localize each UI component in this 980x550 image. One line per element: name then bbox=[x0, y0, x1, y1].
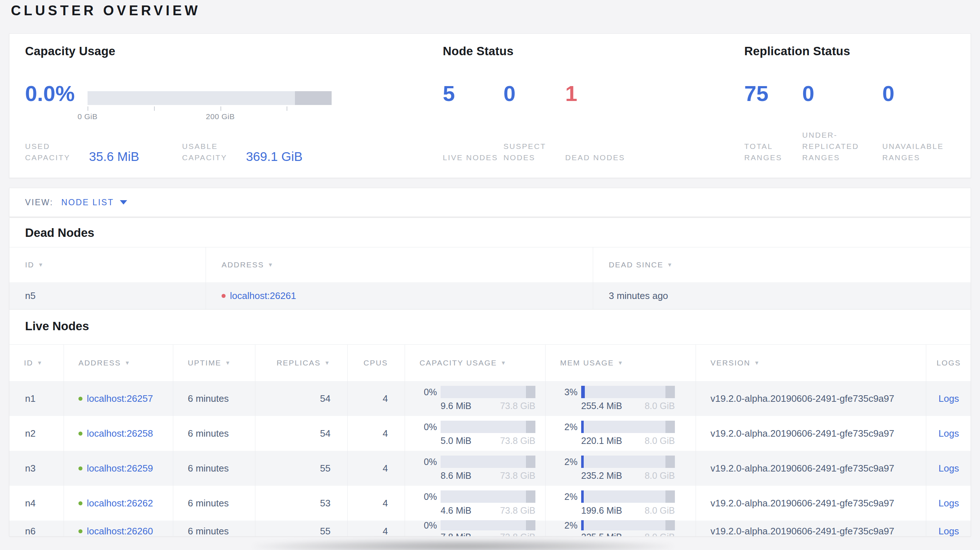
live-nodes-heading: Live Nodes bbox=[25, 320, 970, 333]
mem-bar-fill bbox=[581, 490, 584, 503]
live-node-id: n2 bbox=[25, 428, 36, 439]
logs-link[interactable]: Logs bbox=[939, 428, 959, 439]
live-col-header-address[interactable]: ADDRESS▼ bbox=[64, 345, 173, 381]
node-live-dot-icon bbox=[78, 529, 83, 533]
mem-bar-fill bbox=[581, 456, 584, 468]
summary-card: Capacity Usage 0.0% 0 GiB200 GiB USED CA… bbox=[9, 33, 971, 178]
live-node-version-cell: v19.2.0-alpha.20190606-2491-gfe735c9a97 bbox=[696, 451, 926, 486]
node-address-link[interactable]: localhost:26261 bbox=[230, 290, 296, 302]
logs-link[interactable]: Logs bbox=[939, 526, 959, 537]
dead-col-header-dead_since[interactable]: DEAD SINCE▼ bbox=[593, 247, 970, 282]
capacity-meter: 0% bbox=[420, 490, 545, 503]
column-label: VERSION bbox=[711, 359, 751, 367]
dead-node-id: n5 bbox=[25, 290, 36, 302]
live-node-uptime: 6 minutes bbox=[188, 463, 229, 474]
capacity-bar bbox=[441, 520, 535, 530]
capacity-used-value: 4.6 MiB bbox=[441, 505, 471, 516]
live-node-capacity-cell: 0%8.6 MiB73.8 GiB bbox=[405, 451, 546, 486]
capacity-meter: 0% bbox=[420, 456, 545, 468]
mem-percent: 2% bbox=[560, 520, 578, 531]
capacity-total-value: 73.8 GiB bbox=[500, 471, 535, 481]
sort-desc-icon: ▼ bbox=[37, 360, 43, 366]
view-selected-value: NODE LIST bbox=[61, 198, 114, 207]
mem-bar bbox=[581, 456, 675, 468]
sort-desc-icon: ▼ bbox=[225, 360, 231, 366]
column-label: ADDRESS bbox=[78, 359, 121, 367]
live-col-header-version[interactable]: VERSION▼ bbox=[696, 345, 926, 381]
sort-desc-icon: ▼ bbox=[124, 360, 131, 366]
live-node-address-cell: localhost:26260 bbox=[64, 521, 173, 537]
stat-value: 0 bbox=[802, 82, 882, 106]
live-col-header-id[interactable]: ID▼ bbox=[10, 345, 64, 381]
mem-values: 225.5 MiB8.0 GiB bbox=[581, 532, 675, 537]
capacity-bar bbox=[441, 386, 535, 398]
capacity-total-value: 73.8 GiB bbox=[500, 532, 535, 537]
mem-total-value: 8.0 GiB bbox=[645, 436, 675, 446]
node-address-link[interactable]: localhost:26260 bbox=[87, 526, 153, 537]
dead-since-value: 3 minutes ago bbox=[609, 290, 668, 302]
sort-desc-icon: ▼ bbox=[325, 360, 331, 366]
summary-stat: 0UNDER-REPLICATED RANGES bbox=[802, 82, 882, 163]
live-node-uptime-cell: 6 minutes bbox=[173, 381, 255, 416]
live-node-id-cell: n2 bbox=[10, 416, 64, 451]
dead-col-header-id[interactable]: ID▼ bbox=[10, 247, 206, 282]
live-node-uptime: 6 minutes bbox=[188, 526, 229, 537]
node-status-section: Node Status 5LIVE NODES0SUSPECT NODES1DE… bbox=[443, 34, 730, 178]
node-address-link[interactable]: localhost:26262 bbox=[87, 498, 153, 509]
live-node-logs-cell: Logs bbox=[926, 451, 971, 486]
live-node-version: v19.2.0-alpha.20190606-2491-gfe735c9a97 bbox=[711, 428, 894, 439]
logs-link[interactable]: Logs bbox=[939, 393, 959, 404]
cluster-overview-page: CLUSTER OVERVIEW Capacity Usage 0.0% 0 G… bbox=[0, 0, 980, 550]
capacity-values: 5.0 MiB73.8 GiB bbox=[441, 436, 535, 446]
live-nodes-table: ID▼ADDRESS▼UPTIME▼REPLICAS▼CPUSCAPACITY … bbox=[10, 344, 970, 537]
column-label: REPLICAS bbox=[277, 359, 320, 367]
logs-link[interactable]: Logs bbox=[939, 498, 959, 509]
live-node-id-cell: n6 bbox=[10, 521, 64, 537]
bottom-shadow bbox=[254, 539, 672, 550]
dead-node-since-cell: 3 minutes ago bbox=[593, 282, 970, 309]
mem-meter: 2% bbox=[560, 421, 695, 433]
capacity-percent: 0% bbox=[420, 491, 437, 502]
capacity-bar-track bbox=[88, 91, 332, 105]
logs-link[interactable]: Logs bbox=[939, 463, 959, 474]
node-address-link[interactable]: localhost:26259 bbox=[87, 463, 153, 474]
live-node-cpus-cell: 4 bbox=[348, 486, 405, 521]
node-live-dot-icon bbox=[78, 397, 83, 401]
used-capacity-label: USED CAPACITY bbox=[25, 141, 76, 163]
live-node-replicas: 55 bbox=[320, 526, 331, 537]
axis-tick bbox=[88, 107, 88, 111]
stat-label: UNAVAILABLE RANGES bbox=[882, 141, 966, 163]
column-label: ADDRESS bbox=[221, 261, 264, 269]
live-node-mem-cell: 3%255.4 MiB8.0 GiB bbox=[546, 381, 696, 416]
live-node-id: n3 bbox=[25, 463, 36, 474]
dead-col-header-address[interactable]: ADDRESS▼ bbox=[206, 247, 593, 282]
live-col-header-mem[interactable]: MEM USAGE▼ bbox=[546, 345, 696, 381]
mem-bar-endcap bbox=[665, 421, 675, 433]
mem-values: 220.1 MiB8.0 GiB bbox=[581, 436, 675, 446]
live-node-logs-cell: Logs bbox=[926, 416, 971, 451]
summary-stat: 5LIVE NODES bbox=[443, 82, 503, 163]
live-node-address-cell: localhost:26258 bbox=[64, 416, 173, 451]
mem-bar-fill bbox=[581, 520, 584, 530]
mem-bar-fill bbox=[581, 421, 584, 433]
live-node-id: n4 bbox=[25, 498, 36, 509]
live-node-address-cell: localhost:26257 bbox=[64, 381, 173, 416]
mem-meter: 3% bbox=[560, 386, 695, 398]
live-col-header-uptime[interactable]: UPTIME▼ bbox=[173, 345, 255, 381]
view-selector-dropdown[interactable]: NODE LIST bbox=[61, 198, 127, 207]
mem-meter: 2% bbox=[560, 490, 695, 503]
live-node-cpus: 4 bbox=[383, 463, 388, 474]
capacity-values: 4.6 MiB73.8 GiB bbox=[441, 505, 535, 516]
live-col-header-replicas[interactable]: REPLICAS▼ bbox=[255, 345, 348, 381]
column-label: MEM USAGE bbox=[560, 359, 614, 367]
live-node-replicas: 55 bbox=[320, 463, 331, 474]
live-node-cpus: 4 bbox=[383, 393, 388, 404]
sort-desc-icon: ▼ bbox=[38, 262, 44, 268]
node-address-link[interactable]: localhost:26257 bbox=[87, 393, 153, 404]
node-address-link[interactable]: localhost:26258 bbox=[87, 428, 153, 439]
view-bar: VIEW: NODE LIST bbox=[9, 188, 971, 217]
live-node-mem-cell: 2%235.2 MiB8.0 GiB bbox=[546, 451, 696, 486]
node-status-title: Node Status bbox=[443, 44, 730, 59]
live-col-header-capacity[interactable]: CAPACITY USAGE▼ bbox=[405, 345, 546, 381]
mem-meter: 2% bbox=[560, 456, 695, 468]
